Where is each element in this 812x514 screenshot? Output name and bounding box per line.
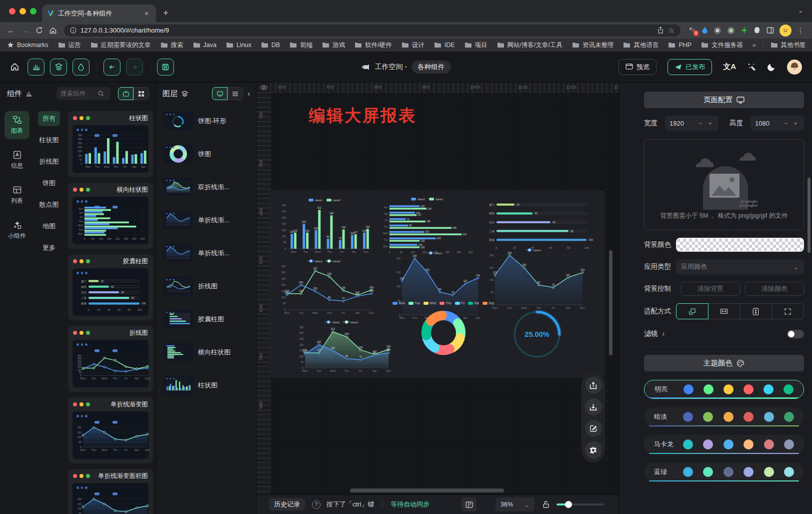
extension-pin-icon[interactable]: 9 bbox=[688, 27, 696, 34]
theme-row-马卡龙[interactable]: 马卡龙 bbox=[644, 435, 804, 454]
fit-height-button[interactable] bbox=[740, 303, 772, 319]
dark-mode-icon[interactable] bbox=[767, 63, 776, 72]
bookmark-star-icon[interactable]: ☆ bbox=[668, 27, 674, 35]
horizontal-scrollbar[interactable] bbox=[350, 488, 504, 492]
category-item[interactable]: 所有 bbox=[38, 111, 60, 126]
theme-color-header[interactable]: 主题颜色 bbox=[644, 355, 804, 371]
charts-panel-button[interactable] bbox=[28, 59, 44, 76]
tab-close-icon[interactable]: × bbox=[142, 9, 151, 18]
zoom-slider[interactable] bbox=[556, 497, 604, 511]
category-item[interactable]: 折线图 bbox=[35, 154, 64, 169]
extension-circle-icon[interactable] bbox=[714, 27, 722, 35]
bookmark-folder[interactable]: Java bbox=[193, 41, 216, 50]
bookmark-folder[interactable]: PHP bbox=[668, 41, 692, 50]
layers-panel-button[interactable] bbox=[50, 59, 67, 76]
thumbnail-view-toggle[interactable] bbox=[212, 87, 228, 100]
vertical-scrollbar[interactable] bbox=[609, 250, 612, 355]
app-type-select[interactable]: 应用颜色⌄ bbox=[676, 259, 804, 274]
ruler-toggle-eye-icon[interactable] bbox=[256, 83, 270, 93]
bookmark-folder[interactable]: Linux bbox=[226, 41, 252, 50]
bookmark-folder[interactable]: 前端 bbox=[290, 41, 312, 50]
component-card[interactable]: 横向柱状图050100150200250300350MonTueWedThuFr… bbox=[68, 183, 153, 249]
clear-color-button[interactable]: 清除颜色 bbox=[745, 282, 804, 296]
redo-button[interactable] bbox=[126, 59, 143, 76]
layer-item[interactable]: 饼图-环形 bbox=[160, 109, 254, 133]
editor-canvas[interactable]: 6007008009001000110012001300 20030040050… bbox=[256, 83, 618, 514]
component-card[interactable]: 折线图050100150200250300350MonTueWedThuFriS… bbox=[68, 326, 153, 392]
details-panel-button[interactable] bbox=[72, 59, 90, 76]
category-item[interactable]: 更多 bbox=[38, 240, 60, 255]
home-button[interactable] bbox=[10, 62, 20, 72]
category-item[interactable]: 地图 bbox=[38, 219, 60, 234]
bookmark-folder[interactable]: 搜索 bbox=[160, 41, 184, 50]
widget-bar-chart[interactable]: 050100150200250300350MonTueWedThuFriSatS… bbox=[278, 196, 374, 255]
bookmarks-overflow[interactable]: » bbox=[752, 42, 756, 49]
category-item[interactable]: 柱状图 bbox=[35, 133, 64, 148]
new-tab-button[interactable]: + bbox=[163, 8, 168, 18]
layer-item[interactable]: 单折线渐... bbox=[160, 208, 254, 232]
sidebar-item-list[interactable]: 列表 bbox=[4, 181, 30, 209]
search-input[interactable] bbox=[60, 90, 96, 97]
widget-donut-chart[interactable]: MonTueWedThuFriSatSun bbox=[364, 301, 524, 376]
extension-star-icon[interactable] bbox=[740, 27, 748, 34]
config-scrollbar[interactable] bbox=[808, 178, 810, 253]
forward-icon[interactable]: → bbox=[18, 24, 32, 38]
bookmark-folder[interactable]: 游戏 bbox=[322, 41, 345, 50]
user-avatar[interactable] bbox=[787, 60, 802, 75]
share-icon[interactable] bbox=[657, 27, 664, 34]
theme-row-蓝绿[interactable]: 蓝绿 bbox=[644, 462, 804, 481]
save-button[interactable] bbox=[157, 59, 174, 76]
width-input[interactable]: 1920− + bbox=[665, 116, 718, 131]
other-bookmarks[interactable]: 其他书签 bbox=[770, 41, 806, 50]
fit-stretch-button[interactable] bbox=[772, 303, 804, 319]
bookmark-folder[interactable]: 软件/硬件 bbox=[354, 41, 392, 50]
component-search[interactable] bbox=[56, 87, 110, 100]
layer-item[interactable]: 胶囊柱图 bbox=[160, 307, 254, 331]
publish-button[interactable]: 已发布 bbox=[668, 59, 712, 75]
panel-layout-button[interactable] bbox=[462, 497, 476, 511]
slider-knob[interactable] bbox=[565, 501, 572, 508]
widget-progress-ring[interactable]: 25.00% bbox=[506, 306, 568, 371]
height-input[interactable]: 1080− + bbox=[750, 116, 804, 131]
zoom-select[interactable]: 36%⌄ bbox=[496, 497, 534, 511]
background-upload-area[interactable]: 背景图需小于 5M ， 格式为 png/jpg/gif 的文件 bbox=[644, 139, 804, 230]
bookmark-folder[interactable]: 资讯未整理 bbox=[572, 41, 614, 50]
theme-row-明亮[interactable]: 明亮 bbox=[644, 380, 804, 399]
fit-scale-button[interactable] bbox=[676, 303, 708, 319]
lock-icon[interactable] bbox=[542, 497, 552, 511]
undo-button[interactable] bbox=[104, 59, 120, 76]
zoom-window-button[interactable] bbox=[30, 8, 36, 15]
canvas-text-widget[interactable]: 编辑大屏报表 bbox=[308, 105, 416, 127]
clear-background-button[interactable]: 清除背景 bbox=[681, 282, 740, 296]
layer-item[interactable]: 双折线渐... bbox=[160, 175, 254, 199]
settings-gear-button[interactable] bbox=[585, 441, 602, 458]
tab-search-icon[interactable]: ⌄ bbox=[798, 7, 803, 14]
layer-item[interactable]: 柱状图 bbox=[160, 373, 254, 397]
sidebar-item-charts[interactable]: 图表 bbox=[4, 111, 30, 139]
category-item[interactable]: 散点图 bbox=[35, 197, 64, 212]
extension-circle2-icon[interactable] bbox=[727, 27, 735, 35]
list-view-toggle[interactable] bbox=[228, 87, 243, 100]
download-button[interactable] bbox=[585, 398, 602, 415]
language-button[interactable]: 文A bbox=[723, 62, 736, 72]
category-item[interactable]: 饼图 bbox=[38, 176, 60, 191]
filter-expand-icon[interactable]: › bbox=[662, 329, 664, 338]
extensions-puzzle-icon[interactable] bbox=[754, 27, 761, 34]
component-card[interactable]: 胶囊柱图厦门20南阳40北京60上海80新疆100020406080100 bbox=[68, 254, 153, 320]
layer-item[interactable]: 折线图 bbox=[160, 274, 254, 298]
bookmark-folder[interactable]: 运营 bbox=[58, 41, 81, 50]
preview-button[interactable]: 预览 bbox=[618, 59, 656, 75]
bookmark-folder[interactable]: 设计 bbox=[402, 41, 424, 50]
single-view-toggle[interactable] bbox=[118, 87, 134, 100]
component-card[interactable]: 柱状图050100150200250300350MonTueWedThuFriS… bbox=[68, 111, 153, 177]
component-card[interactable]: 单折线渐变图050100150200MonTueWedThuFriSatSun bbox=[68, 397, 153, 463]
bookmark-folder[interactable]: 近期需要读的文章 bbox=[90, 41, 151, 50]
layer-item[interactable]: 饼图 bbox=[160, 142, 254, 166]
bookmark-folder[interactable]: DB bbox=[261, 41, 280, 50]
magic-wand-icon[interactable] bbox=[747, 63, 756, 72]
home-icon[interactable] bbox=[46, 24, 60, 38]
bookmark-folder[interactable]: 网站/博客/文章/工具 bbox=[497, 41, 562, 50]
address-bar[interactable]: 127.0.0.1:3000/#/chart/home/9 ☆ bbox=[64, 25, 680, 37]
filter-toggle[interactable] bbox=[787, 330, 804, 338]
upload-button[interactable] bbox=[585, 377, 602, 394]
